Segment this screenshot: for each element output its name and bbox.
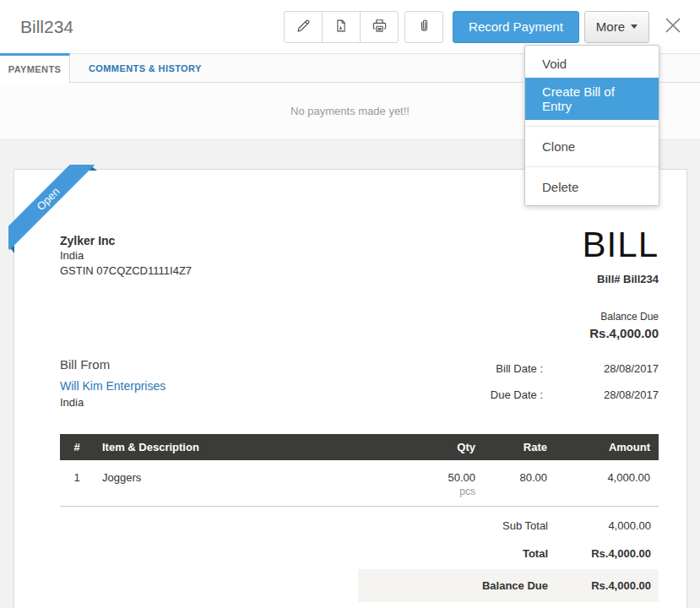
items-table: # Item & Description Qty Rate Amount 1 J… xyxy=(60,434,659,507)
bill-heading-block: BILL Bill# Bill234 Balance Due Rs.4,000.… xyxy=(583,227,659,340)
company-name: Zylker Inc xyxy=(60,233,192,248)
total-label: Total xyxy=(358,547,548,560)
menu-divider xyxy=(525,166,659,167)
company-country: India xyxy=(60,248,192,263)
item-amount: 4,000.00 xyxy=(556,460,659,507)
items-table-header: # Item & Description Qty Rate Amount xyxy=(60,434,659,460)
item-qty-value: 50.00 xyxy=(399,471,475,484)
bill-from-block: Bill From Will Kim Enterprises India xyxy=(60,357,166,415)
close-icon xyxy=(665,17,681,36)
col-rate: Rate xyxy=(484,434,556,460)
bill-body: Zylker Inc India GSTIN 07CQZCD1111I4Z7 B… xyxy=(14,170,686,602)
more-button-label: More xyxy=(596,19,625,34)
menu-item-delete[interactable]: Delete xyxy=(525,173,659,201)
subtotal-row: Sub Total 4,000.00 xyxy=(358,512,659,540)
totals-section: Sub Total 4,000.00 Total Rs.4,000.00 Bal… xyxy=(358,512,659,602)
balance-due-label: Balance Due xyxy=(583,311,659,323)
item-qty: 50.00 pcs xyxy=(391,460,484,507)
vendor-link[interactable]: Will Kim Enterprises xyxy=(60,379,166,393)
caret-down-icon xyxy=(631,24,638,29)
bill-dates-block: Bill Date : 28/08/2017 Due Date : 28/08/… xyxy=(491,362,659,415)
company-gstin: GSTIN 07CQZCD1111I4Z7 xyxy=(60,263,192,279)
toolbar-icon-group xyxy=(284,11,399,43)
bill-document: Open Zylker Inc India GSTIN 07CQZCD1111I… xyxy=(14,169,687,608)
total-value: Rs.4,000.00 xyxy=(548,547,659,560)
payments-empty-message: No payments made yet!! xyxy=(290,105,410,117)
bill-meta-row: Bill From Will Kim Enterprises India Bil… xyxy=(60,357,659,415)
menu-item-void[interactable]: Void xyxy=(525,50,659,78)
col-number: # xyxy=(60,434,94,460)
ribbon-fold-left xyxy=(8,246,14,253)
bill-number: Bill# Bill234 xyxy=(583,273,659,285)
col-item-description: Item & Description xyxy=(94,434,391,460)
document-area: Open Zylker Inc India GSTIN 07CQZCD1111I… xyxy=(0,140,700,608)
page-title: Bill234 xyxy=(20,17,73,37)
pencil-icon xyxy=(296,18,312,36)
subtotal-label: Sub Total xyxy=(358,519,548,532)
bill-date-row: Bill Date : 28/08/2017 xyxy=(491,362,659,375)
menu-item-create-bill-of-entry[interactable]: Create Bill of Entry xyxy=(525,78,659,120)
edit-button[interactable] xyxy=(284,11,323,43)
balance-due-value: Rs.4,000.00 xyxy=(583,326,659,340)
col-amount: Amount xyxy=(556,434,659,460)
tab-payments[interactable]: PAYMENTS xyxy=(0,53,70,83)
record-payment-button[interactable]: Record Payment xyxy=(453,11,579,43)
pdf-button[interactable] xyxy=(322,11,361,43)
item-qty-unit: pcs xyxy=(399,486,475,497)
due-date-label: Due Date : xyxy=(491,388,543,401)
document-type-title: BILL xyxy=(583,227,659,263)
table-row: 1 Joggers 50.00 pcs 80.00 4,000.00 xyxy=(60,460,659,507)
print-button[interactable] xyxy=(360,11,399,43)
paperclip-icon xyxy=(416,18,432,36)
printer-icon xyxy=(372,18,388,36)
total-row: Total Rs.4,000.00 xyxy=(358,540,659,567)
menu-divider xyxy=(525,126,659,127)
attachment-button[interactable] xyxy=(404,11,443,43)
subtotal-value: 4,000.00 xyxy=(548,519,659,532)
more-button[interactable]: More xyxy=(584,11,649,43)
due-date-row: Due Date : 28/08/2017 xyxy=(491,388,659,401)
bill-date-value: 28/08/2017 xyxy=(543,362,659,375)
item-number: 1 xyxy=(60,460,94,507)
item-rate: 80.00 xyxy=(484,460,556,507)
close-button[interactable] xyxy=(661,15,685,39)
vendor-country: India xyxy=(60,396,166,409)
balance-row-value: Rs.4,000.00 xyxy=(548,579,659,592)
menu-item-clone[interactable]: Clone xyxy=(525,133,659,160)
bill-from-label: Bill From xyxy=(60,357,166,372)
bill-detail-screen: Bill234 xyxy=(0,0,700,608)
balance-due-row: Balance Due Rs.4,000.00 xyxy=(358,569,659,602)
company-block: Zylker Inc India GSTIN 07CQZCD1111I4Z7 xyxy=(60,233,192,340)
pdf-file-icon xyxy=(334,18,349,36)
due-date-value: 28/08/2017 xyxy=(543,388,659,401)
balance-row-label: Balance Due xyxy=(358,579,548,592)
bill-date-label: Bill Date : xyxy=(496,362,543,375)
item-name: Joggers xyxy=(94,460,391,507)
col-qty: Qty xyxy=(391,434,484,460)
more-dropdown-menu: Void Create Bill of Entry Clone Delete xyxy=(524,45,659,206)
tab-comments-history[interactable]: COMMENTS & HISTORY xyxy=(70,54,220,82)
